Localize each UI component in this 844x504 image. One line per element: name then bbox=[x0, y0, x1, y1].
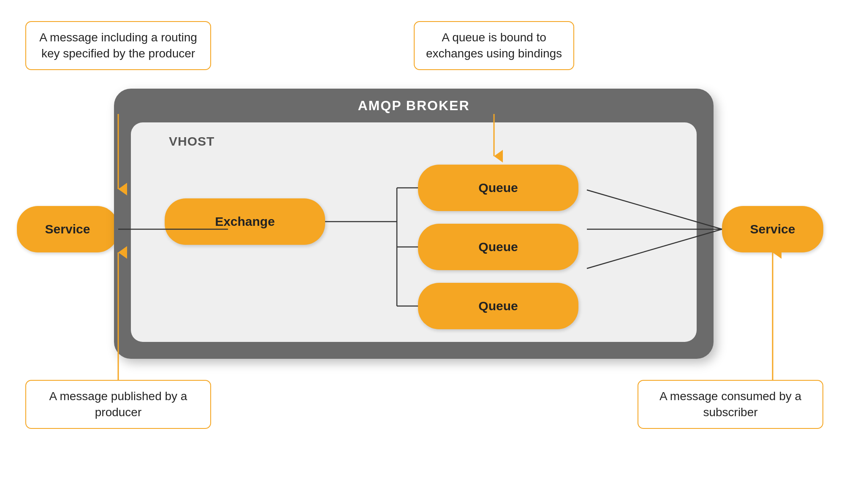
exchange-label: Exchange bbox=[215, 214, 275, 229]
service-left-label: Service bbox=[45, 222, 90, 236]
queue-2: Queue bbox=[418, 224, 578, 270]
queue-1-label: Queue bbox=[478, 181, 518, 195]
vhost: VHOST Exchange Queue Queue Queue bbox=[131, 122, 697, 342]
vhost-label: VHOST bbox=[169, 134, 214, 149]
tooltip-consumed: A message consumed by a subscriber bbox=[638, 380, 823, 429]
tooltip-published: A message published by a producer bbox=[25, 380, 211, 429]
amqp-broker-label: AMQP BROKER bbox=[358, 98, 470, 114]
queue-3-label: Queue bbox=[478, 299, 518, 313]
tooltip-bindings-text: A queue is bound to exchanges using bind… bbox=[426, 31, 562, 60]
queue-2-label: Queue bbox=[478, 240, 518, 254]
queue-1: Queue bbox=[418, 165, 578, 211]
tooltip-bindings: A queue is bound to exchanges using bind… bbox=[414, 21, 574, 70]
queue-3: Queue bbox=[418, 283, 578, 329]
amqp-broker: AMQP BROKER VHOST Exchange Queue Queue Q… bbox=[114, 89, 714, 359]
tooltip-consumed-text: A message consumed by a subscriber bbox=[659, 390, 801, 419]
tooltip-published-text: A message published by a producer bbox=[49, 390, 187, 419]
service-right: Service bbox=[722, 206, 823, 252]
exchange: Exchange bbox=[165, 198, 325, 245]
tooltip-routing-key-text: A message including a routing key specif… bbox=[39, 31, 197, 60]
tooltip-routing-key: A message including a routing key specif… bbox=[25, 21, 211, 70]
service-right-label: Service bbox=[750, 222, 795, 236]
service-left: Service bbox=[17, 206, 118, 252]
